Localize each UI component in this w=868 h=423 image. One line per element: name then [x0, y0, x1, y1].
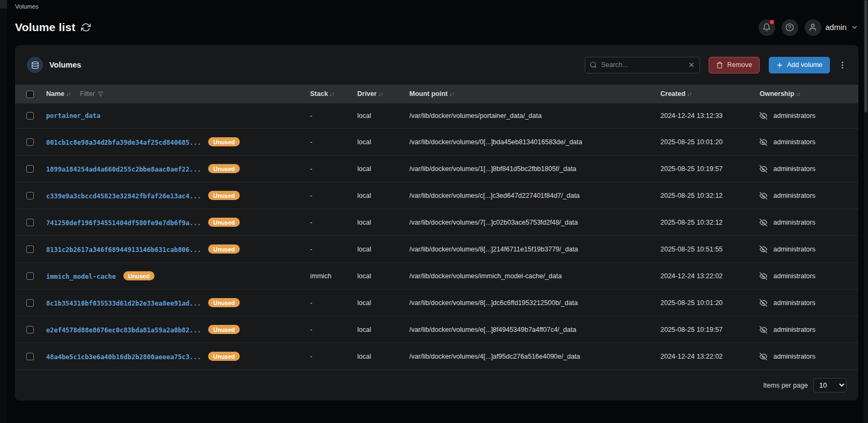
help-button[interactable]: [782, 19, 798, 36]
table-row: 48a4be5c1cb3e6a40b16db2b2800aeeea75c3...…: [15, 343, 858, 370]
row-checkbox[interactable]: [26, 353, 34, 360]
row-checkbox[interactable]: [26, 192, 34, 199]
search-clear-icon[interactable]: [688, 61, 695, 69]
stack-cell: -: [305, 209, 352, 236]
created-cell: 2024-12-24 13:22:02: [655, 263, 754, 290]
volumes-table: Name↓↑ Filter Stack↓↑ Driver↓↑ Mount poi…: [15, 85, 858, 370]
volume-name-link[interactable]: 1899a184254ad4a660d255c2bbe8aac0aef22...: [46, 166, 201, 173]
eye-off-icon: [760, 326, 767, 333]
items-per-page-select[interactable]: 10: [813, 378, 847, 392]
avatar: [805, 19, 821, 36]
panel-header: Volumes Remove Add volume: [15, 45, 858, 85]
created-cell: 2025-08-25 10:19:57: [655, 316, 754, 343]
sort-icon[interactable]: ↓↑: [450, 91, 454, 97]
eye-off-icon: [760, 165, 767, 173]
volume-name-link[interactable]: 48a4be5c1cb3e6a40b16db2b2800aeeea75c3...: [46, 353, 201, 361]
sort-icon[interactable]: ↓↑: [796, 91, 801, 97]
mount-cell: /var/lib/docker/volumes/8[...]214f6711e1…: [404, 236, 655, 263]
row-checkbox[interactable]: [26, 299, 34, 307]
table-row: portainer_data - local /var/lib/docker/v…: [15, 103, 858, 129]
stack-cell: -: [305, 290, 352, 316]
remove-button-label: Remove: [727, 61, 752, 69]
notification-dot: [770, 20, 774, 24]
driver-cell: local: [352, 290, 404, 316]
kebab-icon: [838, 61, 847, 70]
header-driver[interactable]: Driver: [357, 90, 377, 98]
user-name: admin: [826, 23, 847, 32]
driver-cell: local: [352, 316, 404, 343]
eye-off-icon: [760, 353, 767, 360]
stack-cell: -: [305, 129, 352, 155]
table-row: c339e9a3cbccd45823e32842fbfaf26e13ac4...…: [15, 182, 858, 209]
eye-off-icon: [760, 112, 767, 120]
volume-name-link[interactable]: e2ef4578d88e8676ec0c83bda81a59a2a0b82...: [46, 326, 201, 334]
created-cell: 2025-08-25 10:32:12: [655, 182, 754, 209]
sort-icon[interactable]: ↓↑: [66, 91, 71, 97]
select-all-checkbox[interactable]: [26, 91, 34, 98]
created-cell: 2025-08-25 10:19:57: [655, 155, 754, 182]
header-created[interactable]: Created: [660, 90, 686, 98]
sort-icon[interactable]: ↓↑: [329, 91, 334, 97]
ownership-label: administrators: [773, 353, 815, 360]
volume-name-link[interactable]: 8c1b354310bf035533d61d2b2e33ea8ee91ad...: [46, 300, 201, 307]
search-box: [585, 57, 700, 73]
volume-name-link[interactable]: 001cb1c8e98a34d2bfa39de34af25cd840685...: [46, 139, 201, 146]
plus-icon: [776, 62, 783, 69]
name-filter-button[interactable]: Filter: [80, 90, 104, 98]
table-header-row: Name↓↑ Filter Stack↓↑ Driver↓↑ Mount poi…: [15, 85, 858, 103]
header-name[interactable]: Name: [46, 90, 64, 98]
eye-off-icon: [760, 219, 767, 226]
refresh-icon[interactable]: [81, 23, 91, 32]
driver-cell: local: [352, 129, 404, 155]
row-checkbox[interactable]: [26, 138, 34, 146]
page-scrollbar[interactable]: [864, 0, 868, 423]
add-volume-button[interactable]: Add volume: [769, 57, 830, 73]
sort-icon[interactable]: ↓↑: [687, 91, 692, 97]
eye-off-icon: [760, 138, 767, 146]
table-row: immich_model-cache Unused immich local /…: [15, 263, 858, 290]
stack-cell: -: [305, 236, 352, 263]
trash-icon: [716, 62, 723, 69]
driver-cell: local: [352, 155, 404, 182]
eye-off-icon: [760, 272, 767, 280]
created-cell: 2024-12-24 13:12:33: [655, 103, 754, 129]
user-menu[interactable]: admin: [805, 19, 859, 36]
header-mount-point[interactable]: Mount point: [409, 90, 448, 98]
table-settings-button[interactable]: [837, 61, 848, 70]
row-checkbox[interactable]: [26, 272, 34, 280]
mount-cell: /var/lib/docker/volumes/immich_model-cac…: [404, 263, 655, 290]
row-checkbox[interactable]: [26, 112, 34, 120]
volume-name-link[interactable]: 741250def196f34551404df580fe9e7db6f9a...: [46, 219, 201, 227]
header-ownership[interactable]: Ownership: [760, 90, 795, 98]
notifications-button[interactable]: [759, 19, 775, 36]
stack-cell: -: [305, 182, 352, 209]
driver-cell: local: [352, 343, 404, 370]
eye-off-icon: [760, 192, 767, 199]
panel-title: Volumes: [49, 61, 81, 69]
sidebar-edge[interactable]: [0, 0, 7, 423]
header-stack[interactable]: Stack: [310, 90, 328, 98]
eye-off-icon: [760, 246, 767, 253]
add-volume-button-label: Add volume: [787, 61, 822, 69]
volume-name-link[interactable]: portainer_data: [46, 112, 100, 120]
help-icon: [785, 23, 794, 32]
remove-button[interactable]: Remove: [709, 57, 760, 73]
breadcrumb-volumes-link[interactable]: Volumes: [15, 3, 39, 10]
search-input[interactable]: [601, 61, 684, 69]
row-checkbox[interactable]: [26, 165, 34, 173]
ownership-label: administrators: [773, 219, 815, 226]
volume-name-link[interactable]: c339e9a3cbccd45823e32842fbfaf26e13ac4...: [46, 192, 201, 200]
created-cell: 2024-12-24 13:22:02: [655, 343, 754, 370]
sidebar-corner: [0, 0, 7, 9]
table-row: 741250def196f34551404df580fe9e7db6f9a...…: [15, 209, 858, 236]
row-checkbox[interactable]: [26, 326, 34, 333]
eye-off-icon: [760, 299, 767, 307]
volume-name-link[interactable]: immich_model-cache: [46, 273, 116, 280]
scrollbar-thumb[interactable]: [864, 0, 867, 113]
volume-name-link[interactable]: 8131c2b2617a346f68944913146b631cab806...: [46, 246, 201, 254]
items-per-page-label: Items per page: [763, 382, 808, 389]
row-checkbox[interactable]: [26, 219, 34, 226]
row-checkbox[interactable]: [26, 246, 34, 253]
sort-icon[interactable]: ↓↑: [378, 91, 383, 97]
stack-cell: -: [305, 343, 352, 370]
